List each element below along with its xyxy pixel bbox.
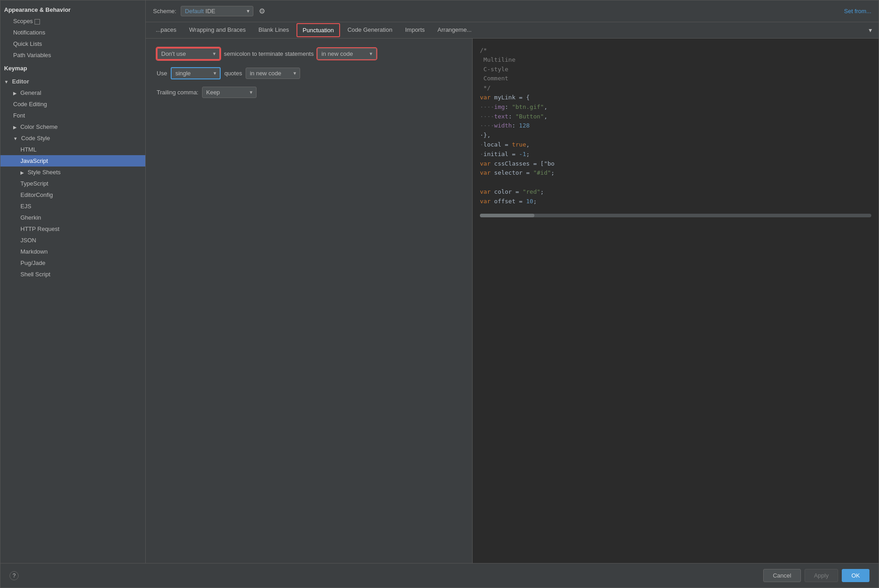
sidebar-item-notifications[interactable]: Notifications	[0, 27, 145, 38]
sidebar-item-gherkin[interactable]: Gherkin	[0, 212, 145, 223]
code-line: var offset = 10;	[480, 197, 871, 206]
sidebar-item-font[interactable]: Font	[0, 110, 145, 121]
sidebar-item-general[interactable]: ▶ General	[0, 87, 145, 98]
tab-imports[interactable]: Imports	[399, 23, 431, 38]
scheme-ide-text: IDE	[206, 8, 216, 15]
sidebar-item-label: HTML	[20, 146, 36, 153]
code-line: ····text: "Button",	[480, 112, 871, 122]
sidebar-item-label: Scopes	[13, 18, 33, 24]
sidebar-item-json[interactable]: JSON	[0, 235, 145, 246]
code-container: /* Multiline C-style Comment */var myLin…	[480, 46, 871, 206]
tab-spaces[interactable]: ...paces	[149, 23, 183, 38]
sidebar-item-label: Appearance & Behavior	[4, 6, 71, 13]
dropdown-arrow-icon: ▼	[212, 51, 217, 56]
trailing-comma-dropdown[interactable]: Keep ▼	[202, 87, 257, 98]
sidebar-item-path-variables[interactable]: Path Variables	[0, 49, 145, 61]
sidebar: Appearance & Behavior Scopes Notificatio…	[0, 0, 146, 563]
sidebar-item-label: Code Editing	[13, 101, 47, 108]
sidebar-item-shell-script[interactable]: Shell Script	[0, 269, 145, 280]
sidebar-item-appearance-behavior[interactable]: Appearance & Behavior	[0, 4, 145, 15]
semicolon-scope-value: in new code	[321, 50, 353, 57]
ok-button[interactable]: OK	[842, 569, 869, 582]
semicolon-setting-row: Don't use ▼ semicolon to terminate state…	[157, 48, 461, 60]
semicolon-scope-dropdown[interactable]: in new code ▼	[317, 48, 376, 59]
tabs-bar: ...paces Wrapping and Braces Blank Lines…	[146, 22, 879, 39]
sidebar-item-ejs[interactable]: EJS	[0, 201, 145, 212]
sidebar-item-markdown[interactable]: Markdown	[0, 246, 145, 257]
tab-punctuation[interactable]: Punctuation	[296, 23, 341, 37]
trailing-comma-value: Keep	[206, 89, 220, 96]
code-line	[480, 178, 871, 187]
set-from-link[interactable]: Set from...	[844, 8, 871, 15]
sidebar-item-typescript[interactable]: TypeScript	[0, 178, 145, 189]
tab-wrapping[interactable]: Wrapping and Braces	[183, 23, 252, 38]
horizontal-scrollbar[interactable]	[480, 214, 871, 217]
trailing-comma-label: Trailing comma:	[157, 89, 198, 96]
dropdown-arrow-icon: ▼	[212, 71, 217, 76]
quotes-setting-row: Use single ▼ quotes in new code ▼	[157, 67, 461, 79]
dropdown-arrow-icon: ▼	[249, 90, 253, 95]
scrollbar-area	[480, 214, 871, 217]
sidebar-item-http-request[interactable]: HTTP Request	[0, 223, 145, 235]
scheme-label: Scheme:	[153, 8, 176, 15]
quotes-type-dropdown[interactable]: single ▼	[171, 67, 221, 79]
sidebar-item-editorconfig[interactable]: EditorConfig	[0, 189, 145, 201]
semicolon-usage-value: Don't use	[161, 50, 186, 57]
dialog-body: Appearance & Behavior Scopes Notificatio…	[0, 0, 879, 563]
code-line: /*	[480, 46, 871, 55]
sidebar-item-label: Keymap	[4, 65, 27, 72]
quotes-label2: quotes	[224, 70, 242, 77]
scheme-dropdown[interactable]: Default IDE ▼	[181, 6, 253, 16]
code-line: var selector = "#id";	[480, 168, 871, 178]
sidebar-item-code-editing[interactable]: Code Editing	[0, 98, 145, 110]
tab-blank-lines[interactable]: Blank Lines	[252, 23, 295, 38]
semicolon-label: semicolon to terminate statements	[224, 50, 314, 57]
dropdown-arrow-icon: ▼	[369, 51, 373, 56]
sidebar-item-label: Quick Lists	[13, 40, 42, 47]
dropdown-arrow-icon: ▼	[292, 71, 297, 76]
code-line: ····img: "btn.gif",	[480, 103, 871, 112]
sidebar-item-keymap[interactable]: Keymap	[0, 63, 145, 74]
sidebar-item-label: EditorConfig	[20, 191, 53, 198]
sidebar-item-code-style[interactable]: ▼ Code Style	[0, 132, 145, 144]
sidebar-item-scopes[interactable]: Scopes	[0, 15, 145, 27]
tabs-more-button[interactable]: ▼	[866, 24, 875, 37]
apply-button[interactable]: Apply	[805, 569, 839, 582]
scheme-bar: Scheme: Default IDE ▼ ⚙ Set from...	[146, 0, 879, 22]
expand-icon: ▶	[20, 170, 24, 175]
semicolon-usage-dropdown[interactable]: Don't use ▼	[157, 48, 220, 60]
trailing-comma-row: Trailing comma: Keep ▼	[157, 87, 461, 98]
sidebar-item-editor[interactable]: ▼ Editor	[0, 76, 145, 87]
tab-arrangements[interactable]: Arrangeme...	[431, 23, 478, 38]
scopes-icon	[35, 19, 40, 24]
sidebar-item-style-sheets[interactable]: ▶ Style Sheets	[0, 167, 145, 178]
sidebar-item-color-scheme[interactable]: ▶ Color Scheme	[0, 121, 145, 132]
help-button[interactable]: ?	[10, 571, 19, 580]
quotes-scope-dropdown[interactable]: in new code ▼	[246, 68, 300, 79]
sidebar-item-label: Notifications	[13, 29, 45, 36]
sidebar-item-label: Shell Script	[20, 271, 50, 278]
sidebar-item-quick-lists[interactable]: Quick Lists	[0, 38, 145, 49]
gear-button[interactable]: ⚙	[257, 5, 267, 17]
sidebar-item-label: EJS	[20, 203, 31, 210]
sidebar-item-label: Font	[13, 112, 25, 119]
code-line: var myLink = {	[480, 93, 871, 103]
code-line: ·},	[480, 131, 871, 140]
sidebar-item-javascript[interactable]: JavaScript	[0, 155, 145, 167]
tab-code-generation[interactable]: Code Generation	[341, 23, 399, 38]
code-line: var color = "red";	[480, 187, 871, 197]
sidebar-item-label: TypeScript	[20, 180, 48, 187]
dropdown-arrow-icon: ▼	[246, 9, 250, 14]
code-line: ·initial = -1;	[480, 150, 871, 159]
sidebar-item-label: Markdown	[20, 248, 48, 255]
sidebar-item-label: Editor	[12, 78, 30, 85]
scrollbar-thumb	[480, 214, 534, 217]
bottom-bar: ? Cancel Apply OK	[0, 563, 879, 588]
sidebar-item-label: Gherkin	[20, 214, 41, 221]
sidebar-item-html[interactable]: HTML	[0, 144, 145, 155]
sidebar-item-pug-jade[interactable]: Pug/Jade	[0, 257, 145, 269]
cancel-button[interactable]: Cancel	[763, 569, 800, 582]
quotes-scope-value: in new code	[250, 70, 281, 77]
sidebar-item-label: General	[20, 89, 41, 96]
code-line: */	[480, 83, 871, 93]
